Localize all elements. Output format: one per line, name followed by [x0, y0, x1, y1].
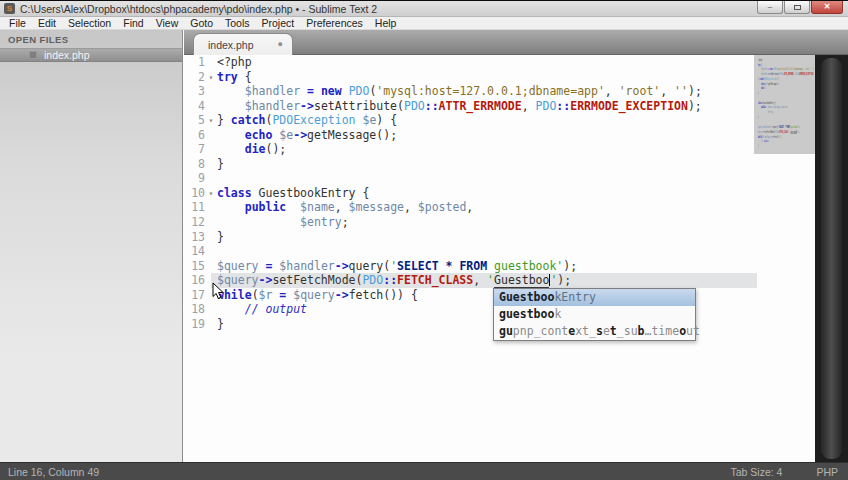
syntax-mode-status[interactable]: PHP [816, 466, 838, 478]
menu-item-edit[interactable]: Edit [32, 17, 62, 30]
code-line[interactable]: 9 [184, 171, 848, 186]
fold-arrow-icon[interactable]: ▾ [205, 114, 217, 129]
sidebar: OPEN FILES index.php [0, 30, 183, 462]
window-title: C:\Users\Alex\Dropbox\htdocs\phpacademy\… [20, 3, 377, 15]
code-line[interactable]: 3 $handler = new PDO('mysql:host=127.0.0… [184, 84, 848, 99]
minimap[interactable]: <?phptry { $handler = new PDO('mysql:hos… [758, 57, 814, 157]
line-number: 10 [184, 186, 205, 201]
line-number: 7 [184, 142, 205, 157]
line-number: 11 [184, 200, 205, 215]
tab-indexphp[interactable]: index.php ● [193, 33, 293, 55]
code-line[interactable]: 11 public $name, $message, $posted, [184, 200, 848, 215]
line-number: 17 [184, 288, 205, 303]
mouse-cursor-icon [212, 282, 224, 300]
statusbar: Line 16, Column 49 Tab Size: 4 PHP [0, 462, 848, 480]
code-line[interactable]: 15$query = $handler->query('SELECT * FRO… [184, 259, 848, 274]
menu-item-tools[interactable]: Tools [219, 17, 256, 30]
line-number: 6 [184, 128, 205, 143]
fold-arrow-icon[interactable]: ▾ [205, 187, 217, 202]
tab-size-status[interactable]: Tab Size: 4 [730, 466, 782, 478]
autocomplete-popup: GuestbookEntryguestbookgupnp_context_set… [493, 288, 696, 341]
autocomplete-item[interactable]: guestbook [494, 306, 695, 323]
editor[interactable]: 1<?php2▾try {3 $handler = new PDO('mysql… [184, 55, 848, 462]
sublime-text-window: S C:\Users\Alex\Dropbox\htdocs\phpacadem… [0, 0, 848, 480]
autocomplete-item[interactable]: GuestbookEntry [494, 289, 695, 306]
line-number: 13 [184, 230, 205, 245]
line-number: 18 [184, 302, 205, 317]
line-number: 14 [184, 244, 205, 259]
code-line[interactable]: 5▾} catch(PDOException $e) { [184, 113, 848, 128]
menu-item-view[interactable]: View [150, 17, 185, 30]
dirty-indicator-icon[interactable]: ● [278, 40, 283, 49]
titlebar[interactable]: S C:\Users\Alex\Dropbox\htdocs\phpacadem… [0, 1, 848, 17]
menu-item-selection[interactable]: Selection [62, 17, 117, 30]
line-number: 2 [184, 70, 205, 85]
sidebar-file-label: index.php [44, 49, 90, 61]
minimap-content: <?phptry { $handler = new PDO('mysql:hos… [758, 57, 814, 148]
line-number: 12 [184, 215, 205, 230]
tabbar: index.php ● [184, 30, 848, 55]
code-line[interactable]: 13} [184, 230, 848, 245]
code-line: } [758, 143, 814, 148]
menu-item-help[interactable]: Help [369, 17, 403, 30]
close-button[interactable]: ✕ [811, 1, 843, 14]
scrollbar-thumb[interactable] [821, 58, 842, 459]
line-number: 16 [184, 273, 205, 288]
code-line[interactable]: 16$query->setFetchMode(PDO::FETCH_CLASS,… [184, 273, 848, 288]
open-files-header: OPEN FILES [0, 30, 182, 48]
menu-item-project[interactable]: Project [256, 17, 301, 30]
line-number: 1 [184, 55, 205, 70]
minimize-button[interactable]: – [757, 1, 783, 14]
line-number: 15 [184, 259, 205, 274]
tab-label: index.php [208, 39, 278, 51]
autocomplete-item[interactable]: gupnp_context_set_sub…timeout [494, 323, 695, 340]
menubar: FileEditSelectionFindViewGotoToolsProjec… [0, 17, 848, 30]
code-line[interactable]: 14 [184, 244, 848, 259]
code-line[interactable]: 1<?php [184, 55, 848, 70]
code-line[interactable]: 8} [184, 157, 848, 172]
line-number: 4 [184, 99, 205, 114]
fold-arrow-icon[interactable]: ▾ [205, 71, 217, 86]
line-number: 9 [184, 171, 205, 186]
code-line[interactable]: 12 $entry; [184, 215, 848, 230]
menu-item-goto[interactable]: Goto [184, 17, 219, 30]
window-controls: – ✕ [756, 1, 843, 14]
maximize-icon [794, 5, 801, 10]
line-number: 5 [184, 113, 205, 128]
code-line[interactable]: 10▾class GuestbookEntry { [184, 186, 848, 201]
cursor-position-status: Line 16, Column 49 [8, 466, 730, 478]
line-number: 8 [184, 157, 205, 172]
sidebar-item-indexphp[interactable]: index.php [0, 48, 182, 62]
menu-item-preferences[interactable]: Preferences [300, 17, 369, 30]
maximize-button[interactable] [784, 1, 810, 14]
code-line[interactable]: 2▾try { [184, 70, 848, 85]
vertical-scrollbar[interactable] [815, 55, 848, 462]
line-number: 19 [184, 317, 205, 332]
file-icon [29, 51, 37, 59]
code-line[interactable]: 7 die(); [184, 142, 848, 157]
code-line[interactable]: 4 $handler->setAttribute(PDO::ATTR_ERRMO… [184, 99, 848, 114]
menu-item-find[interactable]: Find [117, 17, 149, 30]
line-number: 3 [184, 84, 205, 99]
menu-item-file[interactable]: File [3, 17, 32, 30]
code-line[interactable]: 6 echo $e->getMessage(); [184, 128, 848, 143]
app-icon: S [4, 3, 15, 14]
